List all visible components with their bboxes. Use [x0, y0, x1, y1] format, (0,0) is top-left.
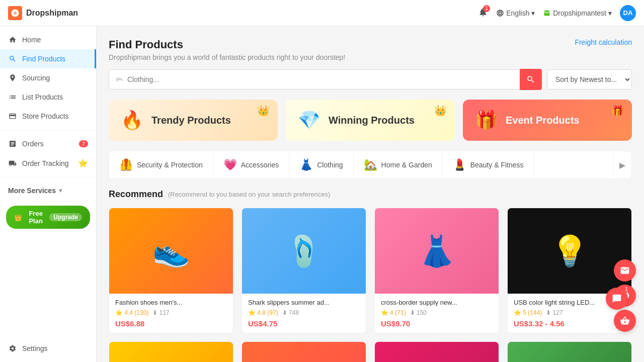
find-products-label: Find Products: [22, 55, 65, 63]
list-products-label: List Products: [22, 93, 63, 101]
notifications-bell[interactable]: 1: [478, 7, 488, 19]
lang-chevron: ▾: [531, 9, 535, 17]
product-card[interactable]: 👗 cross-border supply new... ⭐ 4 (71) ⬇ …: [374, 208, 499, 333]
store-chevron: ▾: [608, 9, 612, 17]
product-card[interactable]: 👗 Colorful summer dress... ⭐ 4.6 (112) ⬇…: [242, 341, 366, 362]
home-garden-icon: 🏡: [364, 158, 377, 171]
product-card[interactable]: 👟 Fashion shoes men's... ⭐ 4.4 (130) ⬇ 1…: [109, 208, 233, 333]
sidebar-item-settings[interactable]: Settings: [0, 339, 96, 358]
float-btn-3[interactable]: [614, 310, 636, 332]
clothing-icon: 👗: [299, 158, 313, 171]
recommend-subtitle: (Recommend to you based on your search p…: [168, 191, 330, 198]
orders-badge: 7: [79, 140, 88, 147]
free-plan-button[interactable]: 👑 Free Plan Upgrade: [6, 206, 90, 229]
winning-icon: 💎: [298, 110, 320, 131]
product-name: Shark slippers summer ad...: [248, 299, 360, 306]
settings-label: Settings: [22, 344, 48, 352]
product-image: 🩱: [375, 342, 499, 362]
product-meta: ⭐ 4.4 (130) ⬇ 117: [115, 309, 227, 316]
logo-icon: [8, 6, 22, 20]
product-image: 👘: [109, 342, 233, 362]
search-button[interactable]: [520, 69, 542, 90]
search-input[interactable]: [127, 75, 516, 83]
subcat-beauty[interactable]: 💄 Beauty & Fitness: [443, 151, 534, 178]
sidebar-item-store-products[interactable]: Store Products: [0, 107, 96, 126]
accessories-label: Accessories: [241, 161, 279, 169]
clothing-label: Clothing: [317, 161, 343, 169]
free-plan-label: Free Plan: [25, 210, 46, 225]
crown-icon: 👑: [14, 214, 22, 221]
settings-icon: [8, 344, 17, 353]
product-price: US$9.70: [381, 319, 493, 328]
user-avatar[interactable]: DA: [620, 5, 636, 21]
product-downloads: ⬇ 127: [546, 309, 562, 316]
security-icon: 🦺: [119, 158, 133, 171]
lang-label: English: [506, 9, 529, 17]
trendy-label: Trendy Products: [151, 115, 231, 126]
product-image: 🩴: [242, 208, 366, 294]
product-rating: ⭐ 4.4 (130): [115, 309, 148, 316]
freight-calculation-link[interactable]: Freight calculation: [575, 38, 632, 46]
store-selector[interactable]: Dropshipmantest ▾: [543, 9, 612, 17]
bell-badge: 1: [483, 5, 490, 12]
main-layout: Home Find Products Sourcing List Product…: [0, 26, 644, 362]
product-info: cross-border supply new... ⭐ 4 (71) ⬇ 15…: [375, 294, 499, 333]
sidebar-item-home[interactable]: Home: [0, 30, 96, 49]
product-name: cross-border supply new...: [381, 299, 493, 306]
product-info: Fashion shoes men's... ⭐ 4.4 (130) ⬇ 117…: [109, 294, 233, 333]
category-card-winning[interactable]: 💎 Winning Products 👑: [286, 100, 455, 141]
float-chat-button[interactable]: 1: [606, 288, 628, 310]
product-image: 👗: [375, 208, 499, 294]
sidebar-item-list-products[interactable]: List Products: [0, 87, 96, 107]
sort-select[interactable]: Sort by Newest to...: [547, 69, 632, 89]
product-image: 👟: [109, 208, 233, 294]
page-subtitle: Dropshipman brings you a world of fantas…: [109, 53, 345, 61]
recommend-header: Recommend (Recommend to you based on you…: [109, 189, 632, 200]
list-products-icon: [8, 93, 17, 102]
product-image: 👗: [242, 342, 366, 362]
subcat-security[interactable]: 🦺 Security & Protection: [109, 151, 213, 178]
product-card[interactable]: 🧥 Christmas family sweater... ⭐ 4.7 (200…: [507, 341, 632, 362]
product-image: 💡: [508, 208, 631, 294]
product-card[interactable]: 👘 African print dress women... ⭐ 4.5 (88…: [109, 341, 233, 362]
subcat-home-garden[interactable]: 🏡 Home & Garden: [354, 151, 443, 178]
category-card-event[interactable]: 🎁 Event Products 🎁: [463, 100, 632, 141]
product-grid: 👟 Fashion shoes men's... ⭐ 4.4 (130) ⬇ 1…: [109, 208, 632, 362]
product-image: 🧥: [508, 342, 631, 362]
product-meta: ⭐ 4 (71) ⬇ 150: [381, 309, 493, 316]
more-services-label: More Services: [8, 187, 56, 195]
sidebar-item-find-products[interactable]: Find Products: [0, 49, 96, 68]
page-title-section: Find Products Dropshipman brings you a w…: [109, 38, 345, 61]
product-info: Shark slippers summer ad... ⭐ 4.8 (97) ⬇…: [242, 294, 366, 333]
sidebar-item-order-tracking[interactable]: Order Tracking ⭐: [0, 153, 96, 173]
beauty-icon: 💄: [453, 158, 466, 171]
search-list-icon: [115, 75, 123, 83]
sidebar-item-sourcing[interactable]: Sourcing: [0, 68, 96, 87]
product-card[interactable]: 💡 USB color light string LED... ⭐ 5 (144…: [507, 208, 632, 333]
product-card[interactable]: 🩴 Shark slippers summer ad... ⭐ 4.8 (97)…: [242, 208, 366, 333]
subcategory-next-arrow[interactable]: ▶: [613, 153, 631, 177]
more-services[interactable]: More Services ▾: [0, 182, 96, 200]
order-tracking-label: Order Tracking: [22, 159, 69, 167]
product-card[interactable]: 🩱 Women casual outfit set... ⭐ 4.3 (65) …: [374, 341, 499, 362]
product-downloads: ⬇ 117: [152, 309, 169, 316]
logo-text: Dropshipman: [26, 9, 78, 18]
subcat-clothing[interactable]: 👗 Clothing: [289, 151, 353, 178]
logo-area: Dropshipman: [8, 6, 78, 20]
event-icon: 🎁: [475, 110, 498, 131]
sidebar-divider-2: [0, 177, 96, 177]
language-selector[interactable]: English ▾: [496, 9, 535, 17]
chat-badge: 1: [623, 286, 630, 293]
security-label: Security & Protection: [137, 161, 203, 169]
category-card-trendy[interactable]: 🔥 Trendy Products 👑: [109, 100, 278, 141]
recommend-title: Recommend: [109, 189, 163, 200]
page-title: Find Products: [109, 38, 345, 51]
subcat-accessories[interactable]: 💗 Accessories: [213, 151, 289, 178]
beauty-label: Beauty & Fitness: [470, 161, 524, 169]
float-btn-1[interactable]: [614, 259, 636, 282]
trendy-icon: 🔥: [121, 110, 143, 131]
sidebar-item-orders[interactable]: Orders 7: [0, 134, 96, 153]
product-price: US$4.75: [248, 319, 360, 328]
store-products-label: Store Products: [22, 112, 69, 120]
upgrade-label: Upgrade: [49, 213, 82, 221]
